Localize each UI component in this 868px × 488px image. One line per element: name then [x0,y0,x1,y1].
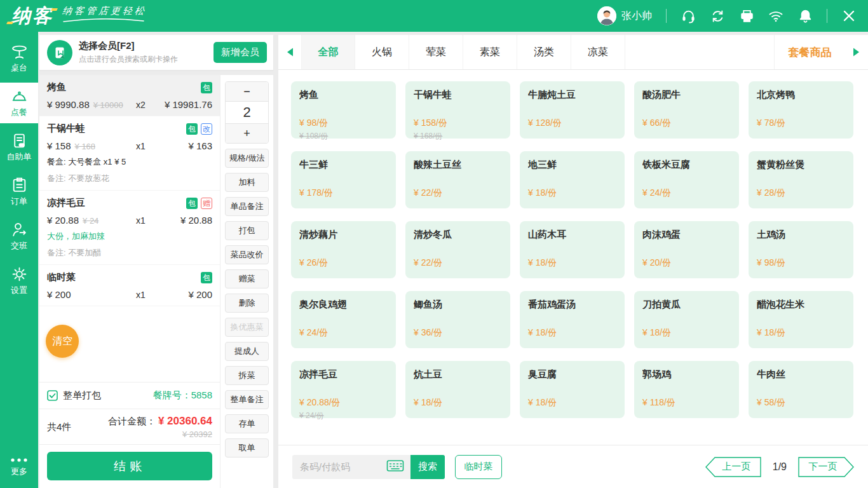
qty-plus-button[interactable]: + [226,124,268,143]
menu-card[interactable]: 土鸡汤¥ 98/份 [749,221,853,278]
category-tabbar: 全部 火锅 荤菜 素菜 汤类 凉菜 套餐商品 [278,35,868,70]
table-icon [11,43,28,60]
order-item[interactable]: 烤鱼 包 ¥ 9990.88¥ 10000 x2 ¥ 19981.76 [39,75,220,116]
barcode-input[interactable] [300,461,386,472]
clear-order-button[interactable]: 清空 [46,325,79,358]
order-item[interactable]: 干锅牛蛙 包 改 ¥ 158¥ 168 x1 ¥ 163 餐盒: 大号餐盒 x1… [39,116,220,191]
menu-card[interactable]: 地三鲜¥ 18/份 [520,151,625,208]
change-price-button[interactable]: 菜品改价 [225,245,269,264]
menu-card[interactable]: 牛肉丝¥ 58/份 [749,361,853,418]
printer-icon[interactable] [739,8,754,24]
bell-icon[interactable] [797,8,813,24]
sidebar-item-label: 订单 [11,196,27,207]
sidebar-item-tables[interactable]: 桌台 [0,38,38,79]
gift-dish-button[interactable]: 赠菜 [225,269,269,288]
tab-all[interactable]: 全部 [301,35,355,69]
tab-soup[interactable]: 汤类 [517,35,571,69]
menu-dish-price: ¥ 18/份 [414,397,442,409]
sidebar-item-order-dishes[interactable]: 点餐 [0,83,38,123]
sidebar-spacer [0,305,38,446]
split-dish-button[interactable]: 拆菜 [225,366,269,385]
retrieve-order-button[interactable]: 取单 [225,438,269,458]
prev-page-button[interactable]: 上一页 [705,457,761,477]
menu-card[interactable]: 酸汤肥牛¥ 66/份 [634,81,739,139]
delete-button[interactable]: 删除 [225,294,269,313]
menu-card[interactable]: 炕土豆¥ 18/份 [405,361,510,418]
menu-card[interactable]: 郭场鸡¥ 118/份 [634,361,739,418]
sidebar-item-settings[interactable]: 设置 [0,261,38,301]
dish-name: 烤鱼 [47,81,198,93]
menu-card[interactable]: 肉沫鸡蛋¥ 20/份 [634,221,739,278]
menu-dish-price: ¥ 22/份 [414,257,442,269]
next-page-button[interactable]: 下一页 [798,457,854,477]
dish-qty: x2 [136,100,163,110]
checkout-button[interactable]: 结账 [47,452,212,480]
dish-price: ¥ 9990.88 [47,99,90,110]
tab-combo[interactable]: 套餐商品 [774,35,845,69]
sync-icon[interactable] [710,8,725,24]
order-item[interactable]: 临时菜 包 ¥ 200 x1 ¥ 200 [39,265,220,306]
totals-row: 共4件 合计金额： ¥ 20360.64 ¥ 20392 [39,409,220,444]
self-order-icon [11,132,28,149]
tab-hotpot[interactable]: 火锅 [355,35,409,69]
order-item[interactable]: 凉拌毛豆 包 赠 ¥ 20.88¥ 24 x1 ¥ 20.88 大份，加麻加辣 … [39,191,220,265]
user-info[interactable]: 张小帅 [597,6,652,25]
slogan-underline [62,18,145,23]
menu-card[interactable]: 凉拌毛豆¥ 20.88/份¥ 24/份 [291,361,396,418]
menu-card[interactable]: 酸辣土豆丝¥ 22/份 [405,151,510,208]
close-icon[interactable] [841,8,857,24]
menu-card[interactable]: 清炒冬瓜¥ 22/份 [405,221,510,278]
commission-button[interactable]: 提成人 [225,342,269,361]
sidebar-item-self-order[interactable]: 自助单 [0,127,38,168]
order-note-button[interactable]: 整单备注 [225,390,269,409]
tab-vegetable[interactable]: 素菜 [463,35,517,69]
menu-card[interactable]: 奥尔良鸡翅¥ 24/份 [291,291,396,348]
swap-discount-button: 换优惠菜 [225,318,269,337]
customer-service-icon[interactable] [681,8,696,24]
menu-dish-name: 凉拌毛豆 [299,369,388,381]
menu-card[interactable]: 铁板米豆腐¥ 24/份 [634,151,739,208]
add-member-button[interactable]: 新增会员 [214,42,267,63]
qty-minus-button[interactable]: − [226,82,268,101]
pack-all-checkbox[interactable] [47,390,58,401]
pack-button[interactable]: 打包 [225,221,269,240]
member-header[interactable]: 选择会员[F2] 点击进行会员搜索或刷卡操作 新增会员 [39,35,273,70]
menu-card[interactable]: 番茄鸡蛋汤¥ 18/份 [520,291,625,348]
tab-meat[interactable]: 荤菜 [409,35,463,69]
menu-card[interactable]: 醋泡花生米¥ 18/份 [749,291,853,348]
keyboard-icon[interactable] [386,459,404,475]
menu-card[interactable]: 北京烤鸭¥ 78/份 [749,81,853,139]
spec-method-button[interactable]: 规格/做法 [225,149,269,168]
save-order-button[interactable]: 存单 [225,414,269,433]
menu-card[interactable]: 山药木耳¥ 18/份 [520,221,625,278]
menu-dish-price: ¥ 158/份 [414,118,447,129]
menu-card[interactable]: 牛腩炖土豆¥ 128/份 [520,81,625,139]
menu-card[interactable]: 牛三鲜¥ 178/份 [291,151,396,208]
search-button[interactable]: 搜索 [410,455,445,479]
menu-card[interactable]: 烤鱼¥ 98/份¥ 108/份 [291,81,396,139]
wifi-icon[interactable] [768,8,783,24]
menu-card[interactable]: 刀拍黄瓜¥ 18/份 [634,291,739,348]
menu-dish-name: 醋泡花生米 [757,299,845,311]
menu-card[interactable]: 清炒藕片¥ 26/份 [291,221,396,278]
category-prev-icon[interactable] [278,35,301,69]
menu-dish-name: 土鸡汤 [757,229,845,241]
menu-card[interactable]: 鲫鱼汤¥ 36/份 [405,291,510,348]
tab-cold-dish[interactable]: 凉菜 [571,35,625,69]
menu-dish-name: 干锅牛蛙 [414,89,502,101]
dish-total: ¥ 200 [163,289,212,300]
menu-card[interactable]: 蟹黄粉丝煲¥ 28/份 [749,151,853,208]
menu-dish-price: ¥ 24/份 [642,187,671,199]
menu-card[interactable]: 臭豆腐¥ 18/份 [520,361,625,418]
sidebar-item-shift[interactable]: 交班 [0,216,38,257]
menu-dish-price: ¥ 66/份 [642,118,671,129]
menu-card[interactable]: 干锅牛蛙¥ 158/份¥ 168/份 [405,81,510,139]
sidebar-item-orders[interactable]: 订单 [0,172,38,212]
category-next-icon[interactable] [845,35,868,69]
menu-dish-orig-price: ¥ 24/份 [299,410,341,421]
temp-dish-button[interactable]: 临时菜 [455,455,502,479]
add-ingredient-button[interactable]: 加料 [225,173,269,192]
menu-dish-price: ¥ 18/份 [528,397,557,409]
item-note-button[interactable]: 单品备注 [225,197,269,216]
sidebar-item-more[interactable]: 更多 [0,446,38,488]
